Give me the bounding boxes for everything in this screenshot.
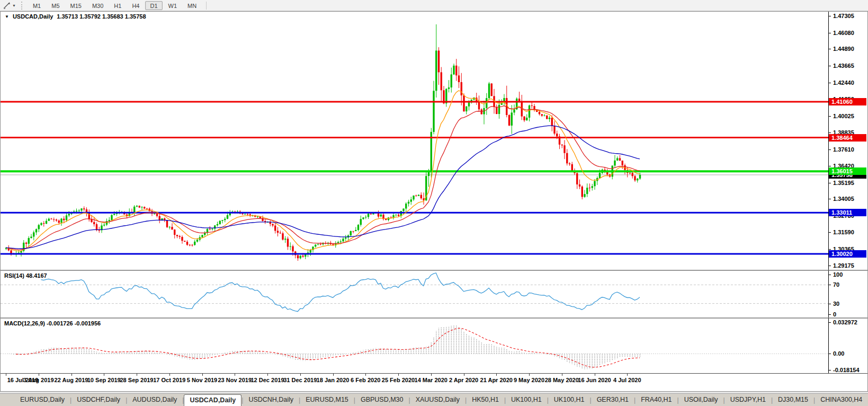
timeframe-button-m1[interactable]: M1 <box>28 1 46 10</box>
chart-window: ▼ USDCAD,Daily 1.35713 1.35792 1.35683 1… <box>0 11 868 392</box>
date-axis-tick <box>464 374 464 376</box>
price-axis-tick: 1.46080 <box>829 30 854 36</box>
timeframe-button-h4[interactable]: H4 <box>127 1 144 10</box>
date-axis-tick <box>627 374 628 376</box>
rsi-axis-tick: 30 <box>829 301 839 307</box>
date-axis-tick <box>235 374 235 376</box>
collapse-triangle-icon[interactable]: ▼ <box>5 14 9 19</box>
macd-canvas[interactable] <box>1 319 828 373</box>
rsi-panel[interactable]: RSI(14) 48.4167 <box>1 270 828 317</box>
macd-axis-tick: 0.032972 <box>829 319 857 325</box>
date-axis-tick <box>595 374 595 376</box>
rsi-label: RSI(14) 48.4167 <box>4 272 47 279</box>
macd-axis-tick: -0.018154 <box>829 367 860 373</box>
timeframe-button-h1[interactable]: H1 <box>109 1 126 10</box>
rsi-axis-tick: 70 <box>829 281 839 288</box>
date-axis-tick <box>529 374 530 376</box>
macd-axis-tick: 0.00 <box>829 350 844 357</box>
macd-label: MACD(12,26,9) -0.001726 -0.001956 <box>4 320 101 326</box>
date-axis-tick <box>104 374 104 376</box>
mt4-app: ▼ M1M5M15M30H1H4D1W1MN ▼ USDCAD,Daily 1.… <box>0 0 868 406</box>
date-axis-tick <box>137 374 137 376</box>
date-axis-tick <box>300 374 301 376</box>
macd-histogram <box>6 325 640 369</box>
price-level-label: 1.36015 <box>829 167 866 175</box>
price-level-label: 1.38464 <box>829 134 866 142</box>
chart-tab-usdchf-daily[interactable]: USDCHF,Daily <box>71 394 126 406</box>
rsi-axis-tick: 100 <box>829 271 843 278</box>
axis-corner <box>828 373 867 391</box>
rsi-line <box>41 273 640 312</box>
price-axis-tick: 1.43665 <box>829 63 854 69</box>
top-toolbar: ▼ M1M5M15M30H1H4D1W1MN <box>0 0 868 11</box>
main-price-plot[interactable]: ▼ USDCAD,Daily 1.35713 1.35792 1.35683 1… <box>1 12 828 270</box>
timeframe-button-w1[interactable]: W1 <box>164 1 182 10</box>
price-axis-tick: 1.47305 <box>829 13 854 19</box>
date-axis-tick <box>398 374 399 376</box>
date-axis-tick <box>169 374 170 376</box>
timeframe-button-d1[interactable]: D1 <box>145 1 162 10</box>
date-axis-tick <box>267 374 268 376</box>
candlestick-canvas[interactable] <box>1 12 828 270</box>
trendline-tool-icon[interactable] <box>3 1 11 10</box>
macd-axis: 0.0329720.00-0.018154 <box>828 317 867 373</box>
price-axis-tick: 1.29175 <box>829 262 854 269</box>
rsi-axis-tick: 0 <box>829 311 836 317</box>
date-axis-tick <box>496 374 497 376</box>
date-axis[interactable]: 16 Jul 20193 Aug 201922 Aug 201910 Sep 2… <box>1 373 828 391</box>
date-axis-tick <box>202 374 203 376</box>
chart-tab-usoil-daily[interactable]: USOil,Daily <box>679 394 723 406</box>
chart-tab-uk100-h1[interactable]: UK100,H1 <box>549 394 590 406</box>
chart-tab-dj30-m15[interactable]: DJ30,M15 <box>773 394 813 406</box>
price-axis-tick: 1.44890 <box>829 46 854 52</box>
chart-tab-fra40-h1[interactable]: FRA40,H1 <box>636 394 677 406</box>
chart-tab-eurusd-daily[interactable]: EURUSD,Daily <box>15 394 70 406</box>
price-level-label: 1.41060 <box>829 98 866 105</box>
rsi-axis: 10070300 <box>828 270 867 317</box>
chart-symbol-label: USDCAD,Daily <box>13 13 53 20</box>
macd-panel[interactable]: MACD(12,26,9) -0.001726 -0.001956 <box>1 317 828 373</box>
chevron-down-icon[interactable]: ▼ <box>12 4 16 7</box>
level-lines-layer <box>1 102 828 254</box>
chart-ohlc-values: 1.35713 1.35792 1.35683 1.35758 <box>57 13 146 20</box>
date-axis-label: 4 Jul 2020 <box>605 377 649 383</box>
chart-tab-xauusd-daily[interactable]: XAUUSD,Daily <box>410 394 465 406</box>
date-axis-tick <box>39 374 39 376</box>
chart-tab-audusd-daily[interactable]: AUDUSD,Daily <box>127 394 182 406</box>
chart-tab-china300-h4[interactable]: CHINA300,H4 <box>815 394 867 406</box>
chart-tab-usdjpy-h1[interactable]: USDJPY,H1 <box>725 394 771 406</box>
price-axis-tick: 1.42440 <box>829 80 854 86</box>
chart-tab-ger30-h1[interactable]: GER30,H1 <box>592 394 634 406</box>
date-axis-tick <box>431 374 432 376</box>
date-axis-tick <box>71 374 72 376</box>
chart-tab-gbpusd-m30[interactable]: GBPUSD,M30 <box>355 394 409 406</box>
chart-tab-hk50-h1[interactable]: HK50,H1 <box>467 394 504 406</box>
candles-layer <box>5 24 641 261</box>
timeframe-button-m5[interactable]: M5 <box>47 1 64 10</box>
ma-slow-line <box>6 126 640 249</box>
price-axis-tick: 1.35195 <box>829 180 854 186</box>
toolbar-grip-handle[interactable] <box>21 2 23 10</box>
date-axis-tick <box>333 374 334 376</box>
date-axis-tick <box>365 374 366 376</box>
price-level-label: 1.30020 <box>829 250 866 258</box>
date-axis-tick <box>562 374 562 376</box>
price-axis-tick: 1.34005 <box>829 196 854 202</box>
date-axis-tick <box>6 374 6 376</box>
timeframe-button-mn[interactable]: MN <box>183 1 201 10</box>
chart-tab-uk100-h1[interactable]: UK100,H1 <box>506 394 547 406</box>
chart-tab-usdcnh-daily[interactable]: USDCNH,Daily <box>243 394 299 406</box>
chart-tab-usdcad-daily[interactable]: USDCAD,Daily <box>184 394 241 406</box>
price-axis[interactable]: 1.473051.460801.448901.436651.424401.412… <box>828 12 867 270</box>
timeframe-button-m15[interactable]: M15 <box>66 1 86 10</box>
chart-tab-bar: EURUSD,Daily|USDCHF,Daily|AUDUSD,Daily|U… <box>0 393 868 406</box>
price-axis-tick: 1.31590 <box>829 229 854 235</box>
price-axis-tick: 1.40025 <box>829 113 854 119</box>
chart-tab-eurusd-m15[interactable]: EURUSD,M15 <box>300 394 354 406</box>
price-axis-tick: 1.37610 <box>829 146 854 153</box>
macd-signal-line <box>16 328 640 367</box>
chart-header: ▼ USDCAD,Daily 1.35713 1.35792 1.35683 1… <box>5 13 146 20</box>
timeframe-button-m30[interactable]: M30 <box>87 1 108 10</box>
toolbar-separator <box>206 2 207 10</box>
rsi-canvas[interactable] <box>1 271 828 317</box>
